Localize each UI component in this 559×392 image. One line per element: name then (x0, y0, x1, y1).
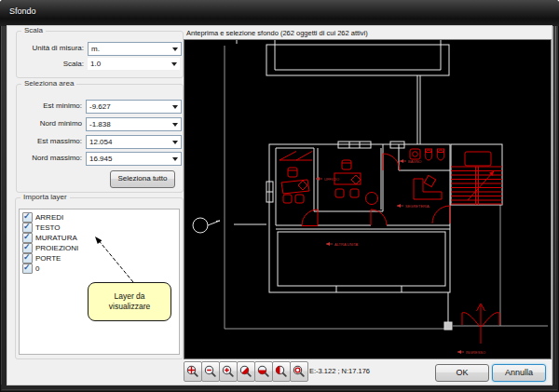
label-unita: Unità di misura: (19, 44, 84, 52)
zoom-all-button[interactable] (290, 361, 308, 382)
group-seleziona-area-title: Seleziona area (21, 79, 76, 88)
chevron-down-icon (172, 123, 178, 127)
frame-glass-highlight-bottom (2, 389, 557, 390)
combo-est-minimo[interactable]: -9.627 (86, 100, 182, 114)
group-scala-title: Scala (21, 26, 46, 34)
chevron-down-icon (172, 157, 178, 161)
callout-arrow (89, 234, 140, 286)
annulla-button[interactable]: Annulla (492, 364, 546, 382)
combo-nord-massimo[interactable]: 16.945 (86, 152, 182, 166)
plan-label-altra-unita: ALTRA UNITA' (334, 242, 359, 247)
combo-unita-misura[interactable]: m. (88, 42, 182, 56)
chevron-down-icon (172, 105, 178, 109)
dialog-client-area: Scala Unità di misura: m. Scala: 1.0 Sel… (7, 26, 552, 385)
zoom-selected-button[interactable] (272, 361, 291, 382)
frame-glass-highlight-left (1, 26, 2, 385)
ok-button[interactable]: OK (435, 364, 489, 382)
label-est-minimo: Est minimo: (17, 101, 82, 110)
preview-header: Anteprima e selezione sfondo (262 oggett… (186, 29, 368, 37)
plan-label-ingresso: INGRESSO (466, 350, 485, 355)
floor-plan: BAGNO UFFICIO SEGRETERIA ALTRA UNITA' IN… (184, 40, 551, 358)
chevron-down-icon (171, 62, 177, 66)
zoom-previous-button[interactable] (254, 361, 273, 382)
chevron-down-icon (172, 47, 178, 51)
combo-nord-minimo[interactable]: -1.838 (86, 117, 182, 131)
label-nord-minimo: Nord minimo (17, 119, 82, 128)
preview-canvas[interactable]: BAGNO UFFICIO SEGRETERIA ALTRA UNITA' IN… (184, 39, 552, 359)
plan-label-segreteria: SEGRETERIA (405, 204, 429, 209)
zoom-window-button[interactable] (237, 361, 255, 382)
frame-glass-highlight-right (552, 26, 553, 385)
window-title: Sfondo (9, 7, 36, 16)
zoom-out-button[interactable] (201, 361, 220, 382)
label-est-massimo: Est massimo: (17, 137, 82, 145)
label-scala: Scala: (19, 60, 84, 68)
combo-est-massimo[interactable]: 12.054 (86, 135, 182, 149)
combo-scala[interactable]: 1.0 (88, 58, 180, 70)
callout-layer-da-visualizzare: Layer da visualizzare (88, 282, 171, 321)
dialog-window: Sfondo Scala Unità di misura: m. Scala: … (0, 0, 559, 392)
checkbox-checked[interactable] (22, 264, 33, 274)
plan-label-ufficio: UFFICIO (324, 177, 339, 182)
zoom-extents-button[interactable] (184, 361, 202, 382)
plan-label-bagno: BAGNO (408, 159, 421, 164)
seleziona-tutto-button[interactable]: Seleziona tutto (110, 170, 175, 188)
frame-glass-highlight-right-outer (555, 26, 556, 385)
group-importa-layer-title: Importa layer (20, 193, 70, 201)
title-bar[interactable]: Sfondo (0, 0, 559, 26)
label-nord-massimo: Nord massimo: (17, 154, 82, 162)
zoom-in-button[interactable] (219, 361, 238, 382)
cursor-coordinates: E:-3.122 ; N:17.176 (309, 367, 370, 375)
chevron-down-icon (172, 141, 178, 144)
